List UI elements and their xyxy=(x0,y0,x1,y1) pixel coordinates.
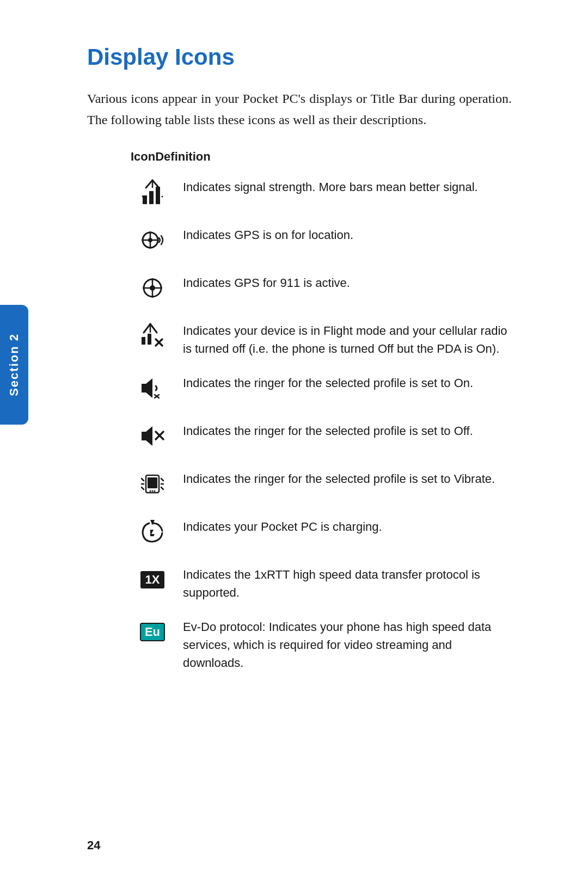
evdo-icon: Eu xyxy=(131,617,174,646)
ringer-on-icon xyxy=(131,373,174,402)
svg-text:Eu: Eu xyxy=(145,625,160,639)
svg-rect-4 xyxy=(156,187,160,204)
svg-rect-3 xyxy=(149,191,154,204)
signal-definition: Indicates signal strength. More bars mea… xyxy=(174,177,512,196)
ringer-on-definition: Indicates the ringer for the selected pr… xyxy=(174,373,512,392)
vibrate-definition: Indicates the ringer for the selected pr… xyxy=(174,469,512,488)
ringer-off-icon xyxy=(131,421,174,450)
section-label: Section 2 xyxy=(7,333,21,396)
evdo-definition: Ev-Do protocol: Indicates your phone has… xyxy=(174,617,512,672)
svg-line-33 xyxy=(142,487,144,489)
charging-icon xyxy=(131,517,174,546)
icon-table: Indicates signal strength. More bars mea… xyxy=(87,177,512,687)
svg-point-5 xyxy=(142,196,144,198)
svg-line-17 xyxy=(150,324,157,333)
svg-marker-26 xyxy=(142,426,152,446)
svg-marker-23 xyxy=(142,378,152,398)
svg-point-37 xyxy=(150,490,151,492)
icon-row-gps-location: Indicates GPS is on for location. xyxy=(131,225,512,257)
page-title: Display Icons xyxy=(87,44,512,71)
svg-line-34 xyxy=(161,479,163,481)
svg-rect-19 xyxy=(142,337,145,345)
intro-paragraph: Various icons appear in your Pocket PC's… xyxy=(87,88,512,130)
svg-point-11 xyxy=(148,238,152,242)
signal-icon xyxy=(131,177,174,206)
svg-rect-30 xyxy=(148,477,157,488)
page-number: 24 xyxy=(87,838,100,853)
svg-point-39 xyxy=(154,490,156,492)
icon-row-signal: Indicates signal strength. More bars mea… xyxy=(131,177,512,210)
page-container: Section 2 Display Icons Various icons ap… xyxy=(0,0,588,883)
svg-rect-20 xyxy=(148,334,151,345)
svg-line-31 xyxy=(142,479,144,481)
1xrtt-definition: Indicates the 1xRTT high speed data tran… xyxy=(174,565,512,602)
svg-text:1X: 1X xyxy=(145,573,160,586)
gps-911-definition: Indicates GPS for 911 is active. xyxy=(174,273,512,292)
svg-line-1 xyxy=(152,180,159,188)
icon-row-1xrtt: 1X Indicates the 1xRTT high speed data t… xyxy=(131,565,512,602)
flight-mode-icon xyxy=(131,321,174,350)
ringer-off-definition: Indicates the ringer for the selected pr… xyxy=(174,421,512,440)
icon-row-ringer-off: Indicates the ringer for the selected pr… xyxy=(131,421,512,453)
gps-location-icon xyxy=(131,225,174,254)
icon-row-flight: Indicates your device is in Flight mode … xyxy=(131,321,512,358)
gps-location-definition: Indicates GPS is on for location. xyxy=(174,225,512,244)
flight-mode-definition: Indicates your device is in Flight mode … xyxy=(174,321,512,358)
charging-definition: Indicates your Pocket PC is charging. xyxy=(174,517,512,536)
svg-point-15 xyxy=(150,285,155,291)
gps-911-icon xyxy=(131,273,174,302)
icon-row-evdo: Eu Ev-Do protocol: Indicates your phone … xyxy=(131,617,512,672)
icon-row-charging: Indicates your Pocket PC is charging. xyxy=(131,517,512,549)
1xrtt-icon: 1X xyxy=(131,565,174,594)
icon-row-vibrate: Indicates the ringer for the selected pr… xyxy=(131,469,512,501)
icon-row-ringer-on: Indicates the ringer for the selected pr… xyxy=(131,373,512,406)
section-tab: Section 2 xyxy=(0,305,28,425)
vibrate-icon xyxy=(131,469,174,498)
svg-line-0 xyxy=(146,180,152,188)
svg-line-36 xyxy=(161,487,163,489)
svg-point-6 xyxy=(162,196,163,198)
svg-line-16 xyxy=(144,324,150,333)
icon-row-gps-911: Indicates GPS for 911 is active. xyxy=(131,273,512,305)
table-header: IconDefinition xyxy=(87,150,512,164)
svg-point-38 xyxy=(152,490,154,492)
